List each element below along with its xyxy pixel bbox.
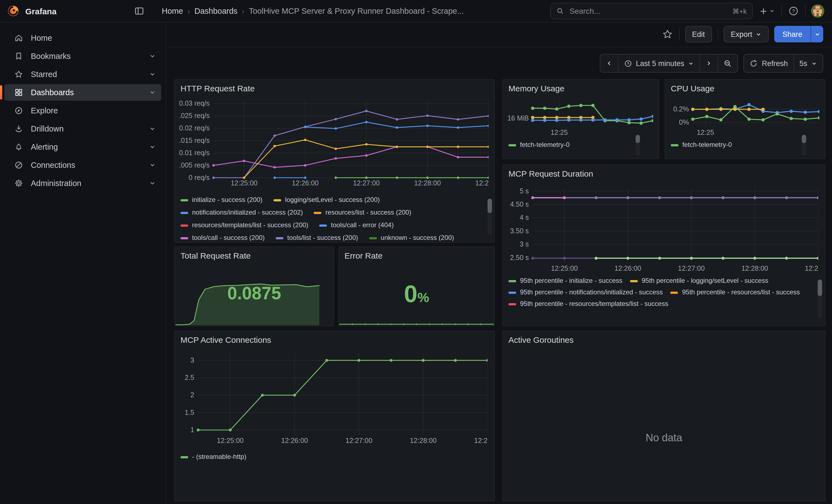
legend-scrollbar bbox=[818, 280, 822, 318]
panel-title[interactable]: Active Goroutines bbox=[509, 335, 574, 344]
memory-legend: fetch-telemetry-0 bbox=[509, 141, 632, 156]
http-request-rate-chart[interactable]: 12:25:0012:26:0012:27:0012:28:0012:29:00… bbox=[179, 100, 489, 189]
sidebar-item-connections[interactable]: Connections bbox=[4, 157, 161, 173]
time-controls: Last 5 minutes bbox=[599, 54, 823, 72]
error-rate-sparkline[interactable] bbox=[339, 317, 494, 325]
favorite-star-button[interactable] bbox=[661, 28, 673, 40]
breadcrumb-home[interactable]: Home bbox=[162, 7, 183, 16]
export-label: Export bbox=[731, 30, 752, 38]
sidebar-item-label: Dashboards bbox=[31, 88, 74, 97]
divider bbox=[805, 5, 806, 17]
legend-item[interactable]: 95th percentile - resources/templates/li… bbox=[509, 300, 668, 308]
time-forward-button[interactable] bbox=[700, 54, 718, 72]
legend-scrollbar-thumb[interactable] bbox=[802, 135, 806, 143]
legend-swatch bbox=[509, 291, 516, 294]
panel-title[interactable]: Error Rate bbox=[344, 251, 383, 260]
legend-item[interactable]: - (streamable-http) bbox=[181, 453, 246, 460]
panel-title[interactable]: HTTP Request Rate bbox=[181, 84, 255, 93]
help-button[interactable]: ? bbox=[787, 5, 800, 17]
legend-scrollbar-thumb[interactable] bbox=[635, 135, 640, 143]
sidebar-item-label: Bookmarks bbox=[31, 52, 71, 60]
panel-memory-usage: Memory Usage 12:2516 MiB fetch-telemetry… bbox=[502, 79, 659, 159]
svg-text:4 s: 4 s bbox=[520, 213, 529, 221]
search-box[interactable]: ⌘+k bbox=[550, 3, 753, 19]
panel-title[interactable]: MCP Active Connections bbox=[181, 335, 271, 344]
chevron-down-icon[interactable] bbox=[149, 143, 156, 150]
panel-title[interactable]: Memory Usage bbox=[509, 84, 564, 93]
sidebar-item-drilldown[interactable]: Drilldown bbox=[4, 121, 161, 137]
refresh-button[interactable]: Refresh bbox=[744, 54, 794, 72]
svg-text:1: 1 bbox=[190, 426, 194, 433]
no-data-message: No data bbox=[503, 432, 825, 444]
user-avatar[interactable] bbox=[811, 4, 824, 18]
divider bbox=[166, 47, 832, 47]
legend-item[interactable]: resources/templates/list - success (200) bbox=[181, 222, 308, 229]
legend-item[interactable]: initialize - success (200) bbox=[181, 196, 262, 204]
time-back-button[interactable] bbox=[600, 54, 618, 72]
chevron-down-icon[interactable] bbox=[149, 162, 156, 168]
sidebar-item-alerting[interactable]: Alerting bbox=[4, 139, 161, 155]
mcp-request-duration-chart[interactable]: 12:25:0012:26:0012:27:0012:28:0012:29:00… bbox=[508, 187, 818, 274]
chevron-down-icon[interactable] bbox=[149, 126, 156, 132]
legend-label: logging/setLevel - success (200) bbox=[285, 196, 380, 204]
sidebar-item-starred[interactable]: Starred bbox=[4, 66, 161, 82]
legend-item[interactable]: fetch-telemetry-0 bbox=[509, 141, 570, 149]
time-range-picker[interactable]: Last 5 minutes bbox=[618, 54, 700, 72]
legend-item[interactable]: tools/call - success (200) bbox=[181, 234, 265, 241]
refresh-group: Refresh 5s bbox=[744, 54, 823, 73]
legend-item[interactable]: 95th percentile - logging/setLevel - suc… bbox=[630, 277, 768, 285]
panel-title[interactable]: Total Request Rate bbox=[181, 251, 251, 260]
sidebar-item-label: Connections bbox=[31, 161, 75, 169]
connections-icon bbox=[14, 161, 23, 169]
sidebar-item-explore[interactable]: Explore bbox=[4, 102, 161, 119]
sidebar-item-bookmarks[interactable]: Bookmarks bbox=[4, 48, 161, 64]
sidebar-toggle-icon[interactable] bbox=[134, 6, 144, 16]
legend-item[interactable]: logging/setLevel - success (200) bbox=[274, 196, 380, 204]
add-button[interactable] bbox=[758, 6, 776, 16]
legend-item[interactable]: resources/list - success (200) bbox=[314, 209, 411, 216]
legend-scrollbar-thumb[interactable] bbox=[818, 280, 822, 296]
breadcrumb-dashboards[interactable]: Dashboards bbox=[194, 7, 237, 16]
memory-usage-chart[interactable]: 12:2516 MiB bbox=[506, 97, 653, 137]
sidebar-item-administration[interactable]: Administration bbox=[4, 175, 161, 191]
mcp-active-connections-chart[interactable]: 12:25:0012:26:0012:27:0012:28:0012:29:00… bbox=[179, 353, 488, 445]
legend-item[interactable]: tools/call - error (404) bbox=[319, 222, 394, 229]
panel-title[interactable]: CPU Usage bbox=[671, 84, 714, 93]
sidebar-item-dashboards[interactable]: Dashboards bbox=[4, 84, 161, 101]
legend-item[interactable]: unknown - success (200) bbox=[369, 234, 454, 241]
sidebar-item-label: Home bbox=[31, 33, 52, 43]
search-input[interactable] bbox=[568, 6, 728, 16]
svg-text:1.5: 1.5 bbox=[185, 408, 194, 416]
share-menu-button[interactable] bbox=[810, 26, 823, 43]
legend-item[interactable]: notifications/initialized - success (202… bbox=[181, 209, 303, 216]
svg-text:12:25: 12:25 bbox=[697, 129, 714, 136]
legend-scrollbar-thumb[interactable] bbox=[488, 198, 492, 213]
svg-text:12:25: 12:25 bbox=[550, 129, 568, 136]
export-button[interactable]: Export bbox=[724, 26, 769, 43]
chevron-down-icon[interactable] bbox=[149, 180, 156, 187]
legend-item[interactable]: 95th percentile - notifications/initiali… bbox=[509, 289, 663, 296]
legend-item[interactable]: 95th percentile - initialize - success bbox=[509, 277, 622, 285]
chevron-down-icon[interactable] bbox=[149, 53, 156, 59]
chevron-down-icon[interactable] bbox=[149, 89, 156, 96]
grafana-logo-icon[interactable] bbox=[7, 4, 20, 18]
sidebar-item-home[interactable]: Home bbox=[4, 30, 161, 46]
cpu-usage-chart[interactable]: 12:250.2%0% bbox=[669, 97, 820, 137]
legend-scrollbar bbox=[488, 198, 492, 235]
legend-swatch bbox=[671, 291, 678, 294]
zoom-out-button[interactable] bbox=[718, 54, 738, 72]
panel-title[interactable]: MCP Request Duration bbox=[509, 169, 593, 178]
share-button[interactable]: Share bbox=[774, 26, 810, 43]
legend-label: initialize - success (200) bbox=[192, 196, 262, 204]
legend-label: tools/call - error (404) bbox=[331, 222, 394, 229]
legend-item[interactable]: 95th percentile - resources/list - succe… bbox=[671, 289, 800, 296]
refresh-label: Refresh bbox=[762, 59, 788, 68]
legend-item[interactable]: fetch-telemetry-0 bbox=[671, 141, 732, 149]
edit-button[interactable]: Edit bbox=[685, 26, 712, 43]
refresh-interval-picker[interactable]: 5s bbox=[793, 54, 823, 72]
chevron-down-icon[interactable] bbox=[149, 71, 156, 78]
svg-text:12:25:00: 12:25:00 bbox=[231, 179, 257, 187]
svg-text:0.02 req/s: 0.02 req/s bbox=[179, 124, 210, 132]
legend-item[interactable]: tools/list - success (200) bbox=[276, 234, 358, 241]
legend-swatch bbox=[509, 280, 516, 282]
